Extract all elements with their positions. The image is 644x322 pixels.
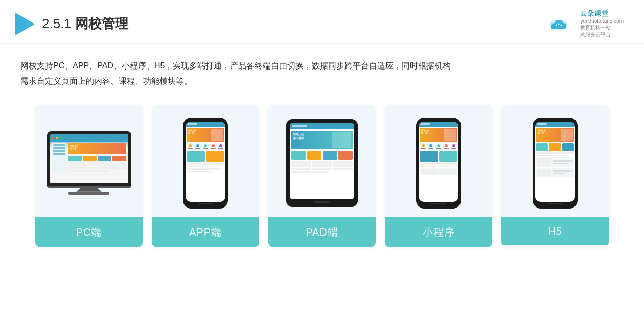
device-cards-row: 职场人的第一堂	[20, 105, 624, 247]
phone-notch-h5	[548, 118, 562, 121]
pad-device: 职场人的第一堂课	[286, 119, 358, 207]
h5-label: H5	[501, 217, 609, 245]
cloud-logo-icon	[546, 14, 571, 34]
app-card: 职场人的第一堂	[152, 105, 259, 247]
svg-point-4	[558, 23, 560, 25]
svg-point-5	[561, 24, 562, 26]
pc-label: PC端	[35, 217, 143, 247]
brand-text: 云朵课堂 yunduoketang.com 教育机构一站式服务云平台	[576, 9, 624, 38]
description-text: 网校支持PC、APP、PAD、小程序、H5，实现多端打通，产品各终端自由切换，数…	[20, 58, 624, 89]
main-content: 网校支持PC、APP、PAD、小程序、H5，实现多端打通，产品各终端自由切换，数…	[0, 44, 644, 258]
phone-notch-mini	[431, 118, 446, 121]
miniprogram-image-area: 职场人的第一堂	[385, 105, 492, 217]
brand-logo: 云朵课堂 yunduoketang.com 教育机构一站式服务云平台	[546, 9, 624, 38]
miniprogram-card: 职场人的第一堂	[385, 105, 492, 247]
pad-image-area: 职场人的第一堂课	[268, 105, 376, 217]
miniprogram-phone-device: 职场人的第一堂	[416, 118, 461, 209]
pad-label: PAD端	[268, 217, 376, 247]
pc-device: 职场人的第一堂	[47, 131, 131, 195]
miniprogram-label: 小程序	[385, 217, 492, 247]
app-phone-device: 职场人的第一堂	[183, 118, 228, 209]
pc-image-area: 职场人的第一堂	[35, 105, 143, 217]
page-header: 2.5.1 网校管理 云朵课堂 yunduoketang.com 教育机构一站式…	[0, 0, 644, 44]
page-title: 2.5.1 网校管理	[42, 15, 128, 33]
h5-card: 职场人的第一堂	[501, 105, 609, 247]
phone-notch	[198, 118, 213, 121]
app-label: APP端	[152, 217, 259, 247]
pad-card: 职场人的第一堂课	[268, 105, 376, 247]
app-image-area: 职场人的第一堂	[152, 105, 259, 217]
header-left: 2.5.1 网校管理	[15, 13, 128, 35]
h5-phone-device: 职场人的第一堂	[533, 118, 578, 209]
pc-card: 职场人的第一堂	[35, 105, 143, 247]
brand-triangle-icon	[15, 13, 35, 35]
h5-image-area: 职场人的第一堂	[501, 105, 609, 217]
svg-point-3	[556, 24, 557, 26]
